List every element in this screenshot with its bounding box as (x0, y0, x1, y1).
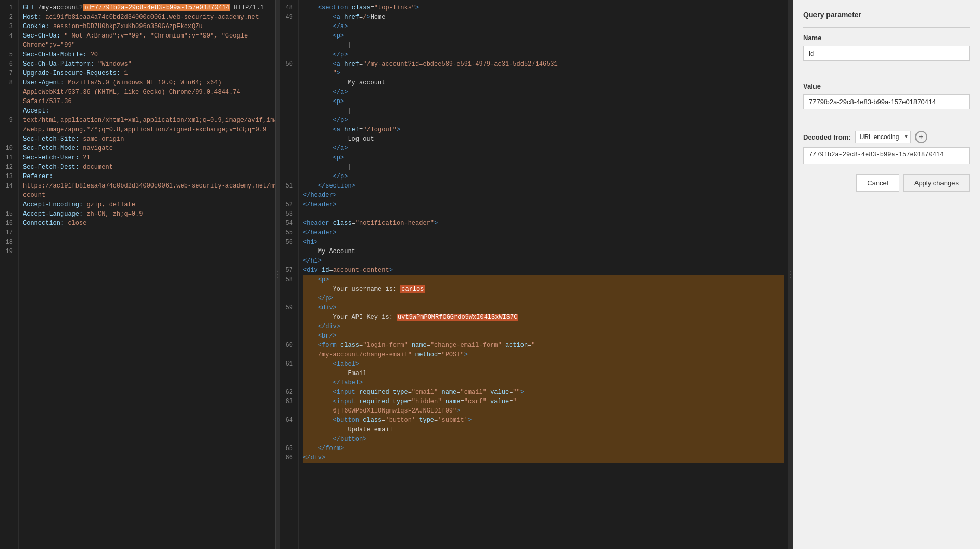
resp-line-59d: <br/> (303, 331, 784, 341)
resp-line-59c: </div> (303, 322, 784, 331)
decoded-value-display: 7779fb2a-29c8-4e83-b99a-157e01870414 (803, 147, 970, 164)
request-code: GET /my-account?id=7779fb2a-29c8-4e83-b9… (19, 0, 275, 549)
cancel-button[interactable]: Cancel (856, 174, 899, 192)
resp-line-49: <a href=/>Home (303, 13, 784, 22)
response-panel: 48 49 50 51 52 53 54 55 56 (280, 0, 788, 549)
resp-line-56: <h1> (303, 238, 784, 247)
resp-line-50: <a href="/my-account?id=ebdee589-e591-49… (303, 59, 784, 69)
resp-line-66: </div> (303, 453, 784, 463)
resp-line-49e: </p> (303, 50, 784, 59)
request-line-8a: User-Agent: Mozilla/5.0 (Windows NT 10.0… (23, 78, 271, 88)
query-parameter-panel: Query parameter Name Value Decoded from:… (793, 0, 980, 549)
resp-line-48: <section class="top-links"> (303, 3, 784, 13)
request-line-7: Upgrade-Insecure-Requests: 1 (23, 69, 271, 78)
request-line-14a: Referer: (23, 172, 271, 181)
resp-line-59b: Your API Key is: uvt9wPmPOMRfOGGrdo9WxI0… (303, 313, 784, 322)
request-line-14b: https://ac191fb81eaa4a74c0bd2d34000c0061… (23, 181, 271, 191)
resp-line-50m: </p> (303, 172, 784, 181)
resp-line-56c: </h1> (303, 256, 784, 266)
request-line-9b: text/html,application/xhtml+xml,applicat… (23, 116, 271, 125)
request-line-16: Accept-Language: zh-CN, zh;q=0.9 (23, 209, 271, 219)
request-line-3: Cookie: session=hDD7U0hkpZxuKh096o350GAz… (23, 22, 271, 31)
right-line-numbers: 48 49 50 51 52 53 54 55 56 (280, 0, 299, 549)
resp-line-58b: Your username is: carlos (303, 284, 784, 294)
resp-line-53 (303, 209, 784, 219)
decoded-from-row: Decoded from: URL encoding Base64 HTML e… (803, 131, 970, 143)
resp-line-50k: <p> (303, 153, 784, 163)
left-drag-handle[interactable] (276, 0, 280, 549)
request-line-5: Sec-Ch-Ua-Mobile: ?0 (23, 50, 271, 59)
resp-line-58c: </p> (303, 294, 784, 303)
resp-line-50i: Log out (303, 134, 784, 144)
divider-3 (803, 124, 970, 124)
resp-line-56b: My Account (303, 247, 784, 256)
resp-line-61c: </label> (303, 378, 784, 388)
name-label: Name (803, 34, 970, 42)
resp-line-63: <input required type="hidden" name="csrf… (303, 397, 784, 406)
resp-line-52: </header> (303, 200, 784, 209)
resp-line-55: </header> (303, 228, 784, 238)
panel-title: Query parameter (803, 10, 970, 19)
decoded-from-label: Decoded from: (803, 133, 851, 141)
resp-line-61b: Email (303, 369, 784, 378)
action-buttons-row: Cancel Apply changes (803, 174, 970, 192)
url-encoding-select[interactable]: URL encoding Base64 HTML entities None (855, 131, 911, 143)
request-line-19 (23, 238, 271, 247)
resp-line-63b: 6jT60WP5dX1lONgmwlqsF2AJNGID1f09"> (303, 406, 784, 416)
resp-line-50h: <a href="/logout"> (303, 125, 784, 134)
resp-line-59: <div> (303, 303, 784, 313)
request-line-10: Sec-Fetch-Site: same-origin (23, 134, 271, 144)
resp-line-49c: <p> (303, 31, 784, 41)
resp-line-50l: | (303, 163, 784, 172)
request-line-8c: Safari/537.36 (23, 97, 271, 106)
request-panel: 1 2 3 4 5 6 7 8 9 10 11 12 13 14 15 16 1… (0, 0, 276, 549)
request-line-2: Host: ac191fb81eaa4a74c0bd2d34000c0061.w… (23, 13, 271, 22)
resp-line-62: <input required type="email" name="email… (303, 388, 784, 397)
resp-line-65: </form> (303, 444, 784, 453)
divider-2 (803, 76, 970, 76)
resp-line-50j: </a> (303, 144, 784, 153)
divider-1 (803, 27, 970, 28)
resp-line-57: <div id=account-content> (303, 266, 784, 275)
request-line-1: GET /my-account?id=7779fb2a-29c8-4e83-b9… (23, 3, 271, 13)
request-line-14c: ccount (23, 191, 271, 200)
resp-line-60: <form class="login-form" name="change-em… (303, 341, 784, 350)
request-line-4a: Sec-Ch-Ua: " Not A;Brand";v="99", "Chrom… (23, 31, 271, 41)
request-line-9c: /webp,image/apng,*/*;q=0.8,application/s… (23, 125, 271, 134)
name-input[interactable] (803, 46, 970, 61)
resp-line-60b: /my-account/change-email" method="POST"> (303, 350, 784, 359)
left-line-numbers: 1 2 3 4 5 6 7 8 9 10 11 12 13 14 15 16 1… (0, 0, 19, 549)
resp-line-50d: </a> (303, 88, 784, 97)
resp-line-50f: | (303, 106, 784, 116)
resp-line-50g: </p> (303, 116, 784, 125)
resp-line-58: <p> (303, 275, 784, 284)
request-line-4b: Chrome";v="99" (23, 41, 271, 50)
url-encoding-select-wrapper[interactable]: URL encoding Base64 HTML entities None ▼ (855, 131, 911, 143)
value-label: Value (803, 82, 970, 90)
request-line-11: Sec-Fetch-Mode: navigate (23, 144, 271, 153)
resp-line-61: <label> (303, 359, 784, 369)
request-line-12: Sec-Fetch-User: ?1 (23, 153, 271, 163)
resp-line-50b: "> (303, 69, 784, 78)
resp-line-49b: </a> (303, 22, 784, 31)
request-line-17: Connection: close (23, 219, 271, 228)
request-line-8b: AppleWebKit/537.36 (KHTML, like Gecko) C… (23, 88, 271, 97)
request-line-13: Sec-Fetch-Dest: document (23, 163, 271, 172)
right-drag-handle[interactable] (788, 0, 793, 549)
resp-line-64: <button class='button' type='submit'> (303, 416, 784, 425)
response-code: <section class="top-links"> <a href=/>Ho… (299, 0, 788, 549)
add-encoding-button[interactable]: + (915, 131, 927, 143)
value-input[interactable] (803, 94, 970, 109)
resp-line-51b: </header> (303, 191, 784, 200)
resp-line-51: </section> (303, 181, 784, 191)
resp-line-50c: My account (303, 78, 784, 88)
resp-line-54: <header class="notification-header"> (303, 219, 784, 228)
request-line-9a: Accept: (23, 106, 271, 116)
request-line-18 (23, 228, 271, 238)
apply-changes-button[interactable]: Apply changes (903, 174, 970, 192)
request-line-6: Sec-Ch-Ua-Platform: "Windows" (23, 59, 271, 69)
resp-line-64c: </button> (303, 434, 784, 444)
request-line-15: Accept-Encoding: gzip, deflate (23, 200, 271, 209)
resp-line-49d: | (303, 41, 784, 50)
resp-line-64b: Update email (303, 425, 784, 434)
